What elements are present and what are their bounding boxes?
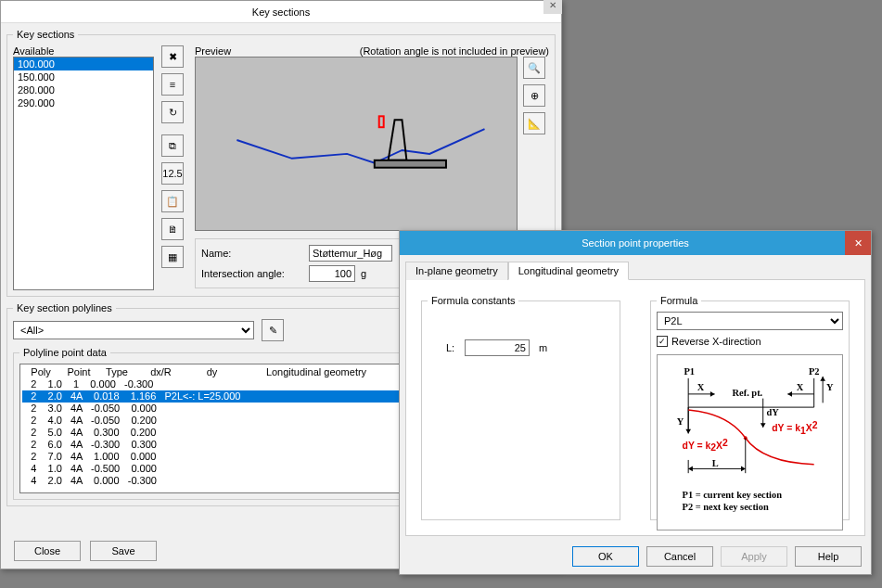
- rotate-icon[interactable]: ↻: [161, 101, 184, 123]
- svg-text:Ref. pt.: Ref. pt.: [733, 388, 763, 398]
- col-header: Poly: [22, 366, 59, 378]
- svg-text:X: X: [797, 382, 804, 392]
- available-label: Available: [13, 45, 154, 57]
- key-sections-legend: Key sections: [13, 29, 78, 40]
- col-header: Point: [59, 366, 98, 378]
- col-header: Longitudinal geometry: [237, 366, 395, 378]
- tab-content: Formula constants L: m Formula P2L ✓ Rev…: [405, 280, 865, 536]
- formula-group: Formula P2L ✓ Reverse X-direction P1 P2 …: [650, 295, 850, 520]
- svg-marker-8: [710, 391, 715, 397]
- available-item[interactable]: 100.000: [14, 58, 153, 70]
- tab-longitudinal[interactable]: Longitudinal geometry: [508, 262, 629, 280]
- preview-label: Preview: [195, 45, 231, 57]
- sheet-icon[interactable]: 🗎: [161, 218, 184, 240]
- svg-text:dY = k1X2: dY = k1X2: [772, 420, 818, 436]
- measure-icon[interactable]: 📐: [523, 112, 545, 134]
- angle-label: Intersection angle:: [201, 268, 303, 279]
- formula-select[interactable]: P2L: [657, 312, 843, 330]
- layers-icon[interactable]: ▦: [161, 246, 184, 268]
- formula-diagram: P1 P2 X X Y Y Ref. pt.: [657, 354, 843, 530]
- col-header: Type: [98, 366, 135, 378]
- angle-input[interactable]: [309, 265, 355, 282]
- svg-text:P1: P1: [684, 366, 695, 377]
- help-button[interactable]: Help: [795, 546, 862, 567]
- available-item[interactable]: 290.000: [14, 96, 153, 109]
- polyline-filter-select[interactable]: <All>: [13, 321, 254, 339]
- close-icon[interactable]: ✕: [543, 0, 562, 14]
- svg-marker-14: [685, 429, 691, 434]
- svg-text:P2 = next key section: P2 = next key section: [683, 502, 769, 512]
- polylines-legend: Key section polylines: [13, 302, 116, 313]
- l-input[interactable]: [465, 339, 530, 356]
- ok-button[interactable]: OK: [572, 546, 639, 567]
- dialog-titlebar: Section point properties ✕: [400, 231, 871, 255]
- svg-text:L: L: [712, 458, 719, 468]
- name-label: Name:: [201, 248, 303, 259]
- zoom-column: 🔍⊕📐: [523, 57, 549, 231]
- reverse-x-checkbox[interactable]: ✓ Reverse X-direction: [657, 336, 761, 347]
- svg-text:X: X: [697, 382, 705, 392]
- titlebar: Key sections ✕: [1, 1, 561, 23]
- name-input[interactable]: [309, 245, 392, 262]
- available-item[interactable]: 280.000: [14, 83, 153, 96]
- preview-canvas: [195, 57, 518, 231]
- svg-text:P1 = current key section: P1 = current key section: [683, 490, 783, 500]
- available-listbox[interactable]: 100.000150.000280.000290.000: [13, 57, 154, 290]
- tool-column: ✖≡↻⧉12.5📋🗎▦: [161, 45, 187, 290]
- svg-marker-1: [389, 120, 407, 160]
- arrange-icon[interactable]: ≡: [161, 73, 184, 96]
- col-header: dy: [186, 366, 237, 378]
- edit-icon[interactable]: ✎: [262, 319, 284, 341]
- tab-strip: In-plane geometry Longitudinal geometry: [405, 261, 865, 280]
- apply-button: Apply: [721, 546, 787, 567]
- reverse-x-label: Reverse X-direction: [671, 336, 761, 347]
- svg-rect-0: [379, 116, 384, 127]
- l-label: L:: [428, 342, 455, 353]
- svg-marker-29: [741, 467, 746, 472]
- svg-text:Y: Y: [826, 382, 834, 392]
- svg-text:Y: Y: [677, 416, 684, 427]
- close-icon[interactable]: ✕: [845, 231, 871, 255]
- window-title: Key sections: [252, 6, 310, 18]
- scale-icon[interactable]: 12.5: [161, 162, 184, 185]
- svg-marker-21: [761, 423, 766, 428]
- dialog-title: Section point properties: [582, 237, 689, 249]
- available-item[interactable]: 150.000: [14, 70, 153, 83]
- zoom-extents-icon[interactable]: ⊕: [523, 84, 545, 107]
- pointdata-legend: Polyline point data: [19, 347, 110, 358]
- svg-text:P2: P2: [809, 366, 820, 377]
- angle-unit: g: [361, 268, 366, 279]
- zoom-in-icon[interactable]: 🔍: [523, 57, 545, 79]
- save-button[interactable]: Save: [90, 541, 157, 561]
- paste-icon[interactable]: 📋: [161, 190, 184, 212]
- cancel-button[interactable]: Cancel: [646, 546, 713, 567]
- svg-text:dY: dY: [767, 407, 780, 417]
- close-button[interactable]: Close: [14, 541, 81, 561]
- tab-in-plane[interactable]: In-plane geometry: [405, 262, 508, 280]
- svg-marker-28: [688, 467, 693, 472]
- col-header: dx/R: [135, 366, 186, 378]
- svg-marker-17: [820, 377, 825, 381]
- formula-legend: Formula: [657, 295, 701, 306]
- copy-icon[interactable]: ⧉: [161, 134, 184, 157]
- preview-note: (Rotation angle is not included in previ…: [360, 45, 549, 57]
- formula-constants-group: Formula constants L: m: [421, 295, 620, 520]
- svg-rect-2: [375, 160, 446, 168]
- l-unit: m: [539, 342, 547, 353]
- svg-text:dY = k2X2: dY = k2X2: [683, 438, 729, 454]
- section-point-properties-dialog: Section point properties ✕ In-plane geom…: [399, 230, 872, 575]
- constants-legend: Formula constants: [428, 295, 518, 306]
- delete-icon[interactable]: ✖: [161, 45, 184, 68]
- svg-marker-11: [787, 391, 792, 397]
